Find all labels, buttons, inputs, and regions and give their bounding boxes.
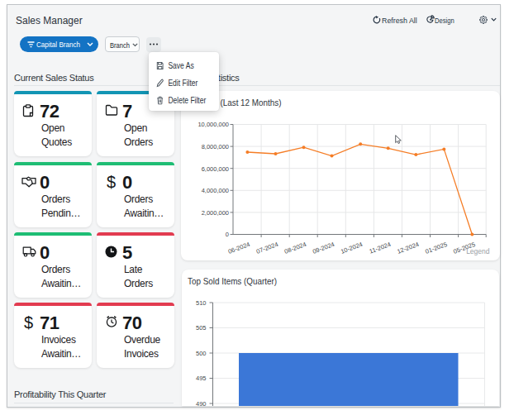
svg-text:06-2024: 06-2024 bbox=[227, 241, 251, 255]
svg-text:8,000,000: 8,000,000 bbox=[202, 143, 229, 150]
svg-text:12-2024: 12-2024 bbox=[396, 241, 420, 255]
svg-text:01-2025: 01-2025 bbox=[424, 241, 448, 255]
svg-text:Legend: Legend bbox=[466, 247, 490, 255]
svg-text:11-2024: 11-2024 bbox=[369, 241, 392, 255]
svg-text:2,000,000: 2,000,000 bbox=[202, 209, 229, 217]
svg-text:07-2024: 07-2024 bbox=[255, 241, 279, 255]
svg-text:495: 495 bbox=[196, 375, 207, 382]
svg-text:0: 0 bbox=[226, 231, 229, 238]
svg-text:510: 510 bbox=[196, 299, 207, 307]
svg-text:6,000,000: 6,000,000 bbox=[202, 165, 229, 173]
svg-text:505: 505 bbox=[196, 324, 207, 332]
svg-text:490: 490 bbox=[196, 400, 207, 406]
svg-text:500: 500 bbox=[196, 350, 207, 357]
svg-text:10-2024: 10-2024 bbox=[340, 241, 364, 255]
svg-text:08-2024: 08-2024 bbox=[283, 241, 307, 255]
svg-text:09-2024: 09-2024 bbox=[312, 241, 336, 255]
svg-text:4,000,000: 4,000,000 bbox=[202, 187, 229, 194]
svg-text:10,000,000: 10,000,000 bbox=[198, 121, 229, 128]
